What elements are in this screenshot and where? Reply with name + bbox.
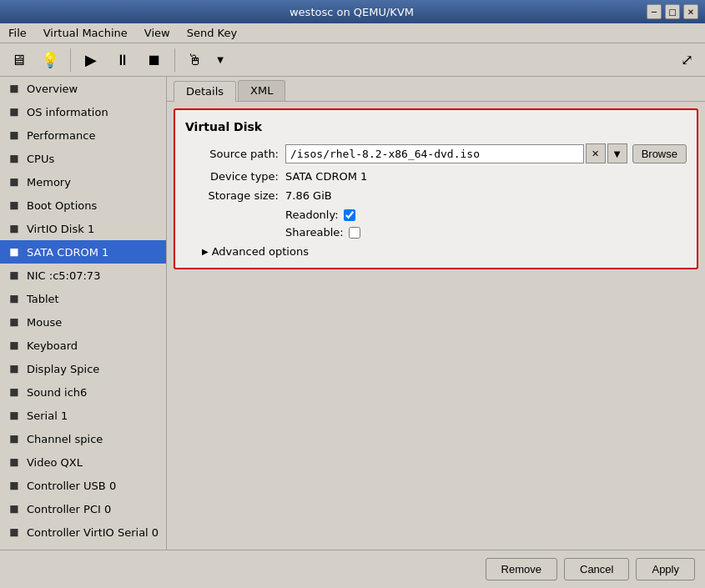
sidebar-item-nic[interactable]: ■NIC :c5:07:73	[0, 264, 166, 287]
sidebar-item-label-channel-spice: Channel spice	[27, 433, 103, 445]
tablet-icon: ■	[7, 291, 22, 306]
nic-icon: ■	[7, 268, 22, 283]
virtio-disk-1-icon: ■	[7, 221, 22, 236]
display-spice-icon: ■	[7, 361, 22, 376]
sidebar-item-channel-spice[interactable]: ■Channel spice	[0, 427, 166, 450]
readonly-checkbox[interactable]	[344, 209, 355, 221]
sidebar-item-display-spice[interactable]: ■Display Spice	[0, 357, 166, 380]
menu-item-send-key[interactable]: Send Key	[182, 25, 242, 41]
browse-button[interactable]: Browse	[632, 144, 687, 163]
sidebar-item-label-controller-usb-0: Controller USB 0	[27, 480, 116, 492]
menubar: FileVirtual MachineViewSend Key	[0, 23, 705, 43]
sata-cdrom-1-icon: ■	[7, 244, 22, 259]
remove-button[interactable]: Remove	[486, 558, 557, 580]
sidebar-item-mouse[interactable]: ■Mouse	[0, 310, 166, 334]
device-type-value: SATA CDROM 1	[285, 170, 367, 183]
sidebar-item-sata-cdrom-1[interactable]: ■SATA CDROM 1	[0, 240, 166, 264]
device-type-label: Device type:	[185, 170, 285, 183]
overview-icon: ■	[7, 81, 22, 96]
sidebar-item-sound-ich6[interactable]: ■Sound ich6	[0, 380, 166, 404]
menu-item-view[interactable]: View	[139, 25, 175, 41]
sidebar-item-virtio-disk-1[interactable]: ■VirtIO Disk 1	[0, 217, 166, 240]
tab-xml[interactable]: XML	[238, 80, 285, 101]
storage-size-row: Storage size: 7.86 GiB	[185, 189, 687, 202]
stop-toolbar-button[interactable]: ⏹	[139, 46, 169, 74]
mouse-icon: ■	[7, 314, 22, 329]
sidebar: ■Overview■OS information■Performance■CPU…	[0, 77, 167, 550]
sidebar-item-cpus[interactable]: ■CPUs	[0, 147, 166, 170]
sidebar-item-label-mouse: Mouse	[27, 316, 62, 329]
storage-size-value: 7.86 GiB	[285, 189, 332, 202]
sidebar-item-label-memory: Memory	[27, 176, 71, 188]
shareable-label: Shareable:	[285, 226, 344, 239]
virtual-disk-title: Virtual Disk	[185, 120, 687, 133]
source-path-dropdown-button[interactable]: ▼	[607, 143, 627, 163]
menu-item-file[interactable]: File	[3, 25, 32, 41]
sidebar-item-os-information[interactable]: ■OS information	[0, 100, 166, 123]
source-path-label: Source path:	[185, 148, 285, 160]
close-button[interactable]: ✕	[683, 4, 698, 19]
advanced-triangle-icon: ▶	[202, 247, 209, 256]
sidebar-item-controller-pci-0[interactable]: ■Controller PCI 0	[0, 497, 166, 520]
window-controls: ─ □ ✕	[647, 4, 698, 19]
sidebar-item-label-sata-cdrom-1: SATA CDROM 1	[27, 246, 108, 259]
sidebar-item-video-qxl[interactable]: ■Video QXL	[0, 450, 166, 474]
maximize-button[interactable]: □	[665, 4, 680, 19]
toolbar: 🖥 💡 ▶ ⏸ ⏹ 🖱 ▼ ⤢	[0, 43, 705, 77]
boot-options-icon: ■	[7, 198, 22, 213]
sidebar-item-keyboard[interactable]: ■Keyboard	[0, 334, 166, 357]
memory-icon: ■	[7, 174, 22, 189]
pause-toolbar-button[interactable]: ⏸	[108, 46, 138, 74]
virtual-disk-section: Virtual Disk Source path: ✕ ▼ Browse Dev…	[174, 108, 698, 269]
sidebar-items: ■Overview■OS information■Performance■CPU…	[0, 77, 166, 550]
sidebar-item-controller-usb-0[interactable]: ■Controller USB 0	[0, 474, 166, 497]
sidebar-item-tablet[interactable]: ■Tablet	[0, 287, 166, 310]
sidebar-item-controller-virtio-serial-0[interactable]: ■Controller VirtIO Serial 0	[0, 520, 166, 544]
sidebar-item-memory[interactable]: ■Memory	[0, 170, 166, 193]
details-panel: Virtual Disk Source path: ✕ ▼ Browse Dev…	[167, 102, 705, 550]
monitor-toolbar-button[interactable]: 🖥	[3, 46, 33, 74]
source-path-row: Source path: ✕ ▼ Browse	[185, 143, 687, 163]
sidebar-item-label-boot-options: Boot Options	[27, 199, 97, 212]
source-path-input-group: ✕ ▼ Browse	[285, 143, 687, 163]
video-qxl-icon: ■	[7, 455, 22, 470]
play-toolbar-button[interactable]: ▶	[76, 46, 106, 74]
sidebar-item-controller-sata-0[interactable]: ■Controller SATA 0	[0, 544, 166, 550]
cancel-button[interactable]: Cancel	[564, 558, 629, 580]
sidebar-item-label-video-qxl: Video QXL	[27, 456, 83, 469]
sidebar-item-performance[interactable]: ■Performance	[0, 123, 166, 147]
advanced-options-row[interactable]: ▶ Advanced options	[185, 245, 687, 258]
performance-icon: ■	[7, 128, 22, 143]
device-type-row: Device type: SATA CDROM 1	[185, 170, 687, 183]
apply-button[interactable]: Apply	[636, 558, 695, 580]
bottom-bar: Remove Cancel Apply	[0, 550, 705, 588]
minimize-button[interactable]: ─	[647, 4, 662, 19]
sidebar-item-label-cpus: CPUs	[27, 153, 54, 165]
sidebar-item-overview[interactable]: ■Overview	[0, 77, 166, 100]
window-title: westosc on QEMU/KVM	[57, 6, 647, 18]
keyboard-icon: ■	[7, 338, 22, 353]
fullscreen-toolbar-button[interactable]: ⤢	[672, 46, 702, 74]
sidebar-item-serial-1[interactable]: ■Serial 1	[0, 404, 166, 427]
shareable-checkbox[interactable]	[349, 227, 360, 239]
sidebar-item-label-performance: Performance	[27, 129, 95, 142]
source-path-input[interactable]	[285, 144, 584, 163]
sound-ich6-icon: ■	[7, 384, 22, 400]
tab-details[interactable]: Details	[174, 81, 236, 102]
sidebar-item-boot-options[interactable]: ■Boot Options	[0, 193, 166, 217]
serial-1-icon: ■	[7, 408, 22, 423]
tabs-bar: DetailsXML	[167, 77, 705, 102]
source-path-clear-button[interactable]: ✕	[586, 143, 606, 163]
bulb-toolbar-button[interactable]: 💡	[35, 46, 65, 74]
screen-dropdown-button[interactable]: ▼	[212, 46, 229, 74]
menu-item-virtual-machine[interactable]: Virtual Machine	[38, 25, 133, 41]
shareable-row: Shareable:	[185, 226, 687, 239]
controller-usb-0-icon: ■	[7, 478, 22, 493]
main-area: ■Overview■OS information■Performance■CPU…	[0, 77, 705, 550]
sidebar-item-label-nic: NIC :c5:07:73	[27, 269, 100, 282]
readonly-row: Readonly:	[185, 209, 687, 221]
sidebar-item-label-sound-ich6: Sound ich6	[27, 386, 87, 399]
readonly-label: Readonly:	[285, 209, 339, 221]
screen-toolbar-button[interactable]: 🖱	[180, 46, 210, 74]
channel-spice-icon: ■	[7, 431, 22, 446]
